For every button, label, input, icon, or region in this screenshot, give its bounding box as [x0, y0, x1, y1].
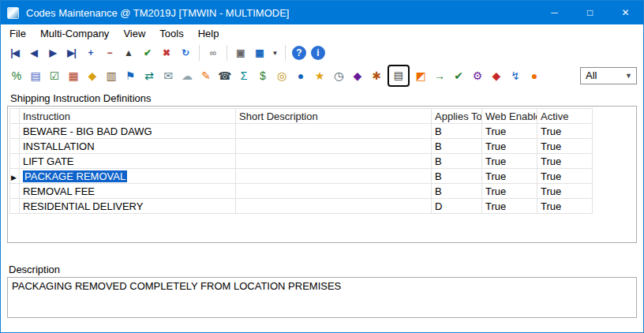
grid-cell[interactable]: True [482, 184, 537, 199]
grid-cell[interactable] [236, 199, 432, 214]
puzzle-button[interactable]: ◩ [411, 65, 430, 86]
cancel-edit-button[interactable]: ✖ [157, 44, 175, 62]
grid-cell[interactable] [236, 169, 432, 184]
cloud-button[interactable]: ☁ [178, 65, 197, 86]
post-edit-button[interactable]: ✔ [138, 44, 156, 62]
grid-cell[interactable]: B [432, 139, 482, 154]
approve-button[interactable]: ✔ [449, 65, 468, 86]
description-field[interactable]: PACKAGING REMOVED COMPLETELY FROM LOCATI… [7, 277, 637, 318]
help-button[interactable]: ? [292, 46, 306, 60]
last-record-button[interactable]: ▶| [62, 44, 80, 62]
ledger-button[interactable]: ▥ [102, 65, 121, 86]
cancel-edit-icon: ✖ [163, 47, 170, 58]
summary-button[interactable]: Σ [234, 65, 253, 86]
grid-cell[interactable]: B [432, 124, 482, 139]
about-button[interactable]: i [311, 46, 325, 60]
grid-header-web-enabled[interactable]: Web Enabled [482, 109, 537, 124]
grid-header-active[interactable]: Active [537, 109, 593, 124]
grid-cell[interactable]: True [537, 169, 593, 184]
rates-button[interactable]: % [7, 65, 26, 86]
ball-button[interactable]: ● [525, 65, 544, 86]
globe-button[interactable]: ● [291, 65, 310, 86]
grid-cell[interactable]: D [432, 199, 482, 214]
close-button[interactable]: ✕ [608, 1, 643, 24]
vehicle-button[interactable]: ◆ [487, 65, 506, 86]
maximize-button[interactable]: □ [572, 1, 608, 24]
clock-button[interactable]: ◷ [329, 65, 348, 86]
grid-cell[interactable]: True [482, 199, 537, 214]
titlebar[interactable]: Codes Maintenance @ TM2019J [TMWIN - MUL… [1, 1, 643, 24]
table-row[interactable]: REMOVAL FEEBTrueTrue [10, 184, 593, 199]
table-row[interactable]: INSTALLATIONBTrueTrue [10, 139, 593, 154]
grid-cell[interactable] [236, 184, 432, 199]
table-row[interactable]: RESIDENTIAL DELIVERYDTrueTrue [10, 199, 593, 214]
row-selector-cell [10, 184, 20, 199]
table-row[interactable]: BEWARE - BIG BAD DAWGBTrueTrue [10, 124, 593, 139]
transfer-button[interactable]: ⇄ [140, 65, 159, 86]
edit-record-button[interactable]: ▲ [119, 44, 137, 62]
grid-cell[interactable]: B [432, 169, 482, 184]
next-record-button[interactable]: ▶ [43, 44, 62, 62]
shield-button[interactable]: ◆ [83, 65, 102, 86]
gear-button[interactable]: ⚙ [468, 65, 487, 86]
shipping-instructions-button[interactable]: ▤ [388, 65, 410, 87]
menu-item-tools[interactable]: Tools [152, 25, 190, 42]
tag-button[interactable]: ◆ [348, 65, 367, 86]
grid-cell[interactable] [236, 154, 432, 169]
menu-item-help[interactable]: Help [191, 25, 227, 42]
menu-item-view[interactable]: View [116, 25, 152, 42]
grid-cell[interactable]: INSTALLATION [20, 139, 236, 154]
print-button[interactable]: ▣ [231, 44, 249, 62]
refresh-button[interactable]: ↻ [176, 44, 194, 62]
grid-cell[interactable]: True [482, 154, 537, 169]
print-preview-icon: ▦ [255, 47, 263, 58]
flag-button[interactable]: ⚑ [121, 65, 140, 86]
print-options-button[interactable]: ▼ [269, 44, 280, 62]
forward-button[interactable]: → [430, 65, 449, 86]
print-preview-button[interactable]: ▦ [250, 44, 268, 62]
grid-header-short-description[interactable]: Short Description [236, 109, 432, 124]
grid-cell[interactable]: True [482, 169, 537, 184]
phone-button[interactable]: ☎ [215, 65, 234, 86]
report-button[interactable]: ▤ [26, 65, 45, 86]
grid-cell[interactable]: True [537, 124, 593, 139]
calendar-button[interactable]: ▦ [64, 65, 83, 86]
checklist-button[interactable]: ☑ [45, 65, 64, 86]
grid-cell[interactable]: True [537, 184, 593, 199]
link-button[interactable]: ∞ [204, 44, 222, 62]
pencil-button[interactable]: ✎ [197, 65, 215, 86]
table-row[interactable]: ▶PACKAGE REMOVALBTrueTrue [10, 169, 593, 184]
insert-record-button[interactable]: + [81, 44, 99, 62]
grid-cell[interactable] [236, 124, 432, 139]
grid-cell[interactable]: B [432, 154, 482, 169]
star-button[interactable]: ★ [310, 65, 329, 86]
grid-cell[interactable] [236, 139, 432, 154]
coins-button[interactable]: ◎ [272, 65, 291, 86]
grid-cell[interactable]: True [537, 199, 593, 214]
delete-record-button[interactable]: − [100, 44, 118, 62]
grid-header-applies-to[interactable]: Applies To [432, 109, 482, 124]
tools-button[interactable]: ✱ [367, 65, 386, 86]
menu-item-file[interactable]: File [2, 25, 33, 42]
grid-cell[interactable]: B [432, 184, 482, 199]
minimize-button[interactable]: ─ [537, 1, 572, 24]
mail-button[interactable]: ✉ [159, 65, 178, 86]
grid-cell[interactable]: True [537, 139, 593, 154]
prior-record-button[interactable]: ◀ [24, 44, 43, 62]
first-record-button[interactable]: |◀ [6, 44, 24, 62]
bolt-button[interactable]: ↯ [506, 65, 525, 86]
grid-cell[interactable]: PACKAGE REMOVAL [20, 169, 236, 184]
grid-cell[interactable]: LIFT GATE [20, 154, 236, 169]
tag-icon: ◆ [354, 69, 362, 82]
grid-header-instruction[interactable]: Instruction [20, 109, 236, 124]
grid-cell[interactable]: RESIDENTIAL DELIVERY [20, 199, 236, 214]
currency-button[interactable]: $ [253, 65, 272, 86]
codes-filter-dropdown[interactable]: All ▼ [580, 67, 637, 84]
grid-cell[interactable]: True [482, 139, 537, 154]
table-row[interactable]: LIFT GATEBTrueTrue [10, 154, 593, 169]
menu-item-multi-company[interactable]: Multi-Company [33, 25, 116, 42]
grid-cell[interactable]: REMOVAL FEE [20, 184, 236, 199]
grid-cell[interactable]: True [537, 154, 593, 169]
grid-cell[interactable]: BEWARE - BIG BAD DAWG [20, 124, 236, 139]
grid-cell[interactable]: True [482, 124, 537, 139]
